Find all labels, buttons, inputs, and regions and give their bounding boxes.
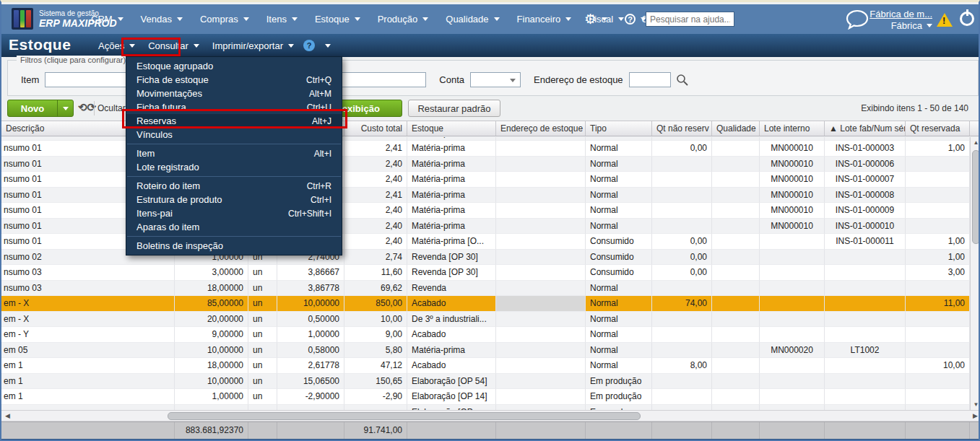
cell[interactable]: Normal (586, 141, 652, 157)
cell[interactable]: 1,00 (906, 250, 970, 266)
cell[interactable] (825, 327, 906, 343)
cell[interactable] (760, 281, 825, 297)
cell[interactable] (712, 188, 760, 204)
cell[interactable] (496, 157, 586, 173)
cell[interactable] (906, 389, 970, 405)
nav-menu-compras[interactable]: Compras (196, 11, 253, 27)
cell[interactable]: INS-01-000006 (825, 157, 906, 173)
cell[interactable] (496, 389, 586, 405)
cell[interactable]: 2,40 (344, 172, 407, 188)
cell[interactable]: em - Y (1, 327, 175, 343)
column-header--lote-fab-num-s-ri[interactable]: ▲ Lote fab/Num séri (825, 121, 906, 136)
cell[interactable] (175, 405, 248, 411)
table-row[interactable]: em - Y9,00000un1,000009,00AcabadoNormal (1, 327, 970, 343)
endereco-filter-input[interactable] (629, 72, 671, 87)
cell[interactable]: Matéria-prima (407, 203, 496, 219)
cell[interactable] (712, 374, 760, 390)
novo-button[interactable]: Novo (7, 100, 74, 117)
cell[interactable]: un (248, 281, 277, 297)
cell[interactable]: Normal (586, 312, 652, 328)
scroll-left-icon[interactable]: ◀ (5, 412, 10, 419)
cell[interactable]: 1,00000 (175, 389, 248, 405)
cell[interactable] (496, 343, 586, 359)
cell[interactable] (496, 265, 586, 281)
cell[interactable] (712, 141, 760, 157)
cell[interactable] (825, 405, 906, 411)
vertical-scrollbar[interactable]: ▲ ▼ (970, 137, 980, 410)
cell[interactable] (652, 343, 712, 359)
cell[interactable]: em - X (1, 312, 175, 328)
menu-item-boletins-de-inspe-o[interactable]: Boletins de inspeção (126, 239, 342, 253)
cell[interactable]: 3,86778 (277, 281, 344, 297)
cell[interactable]: 2,40 (344, 219, 407, 235)
cell[interactable] (712, 343, 760, 359)
scroll-down-icon[interactable]: ▼ (972, 401, 980, 408)
cell[interactable] (712, 219, 760, 235)
cell[interactable] (496, 203, 586, 219)
cell[interactable]: Normal (586, 281, 652, 297)
cell[interactable]: 10,00000 (277, 296, 344, 312)
cell[interactable] (906, 343, 970, 359)
menu-item-lote-registrado[interactable]: Lote registrado (126, 160, 342, 174)
cell[interactable]: Elaboração [OP... (407, 405, 496, 411)
site-selector[interactable]: Fábrica (870, 20, 932, 31)
cell[interactable]: Em produ... (586, 405, 652, 411)
cell[interactable] (825, 312, 906, 328)
cell[interactable] (712, 327, 760, 343)
menu-item-movimenta-es[interactable]: MovimentaçõesAlt+M (126, 87, 342, 100)
cell[interactable]: 11,60 (344, 265, 407, 281)
cell[interactable]: un (248, 296, 277, 312)
cell[interactable]: INS-01-000010 (825, 219, 906, 235)
cell[interactable]: un (248, 312, 277, 328)
column-header-custo-total[interactable]: Custo total (344, 121, 407, 136)
cell[interactable]: Normal (586, 157, 652, 173)
novo-dropdown-arrow[interactable] (57, 100, 73, 116)
cell[interactable]: Matéria-prima (407, 172, 496, 188)
cell[interactable] (712, 405, 760, 411)
cell[interactable] (825, 281, 906, 297)
cell[interactable] (496, 374, 586, 390)
cell[interactable]: 1,00000 (277, 327, 344, 343)
cell[interactable]: 3,00000 (175, 265, 248, 281)
cell[interactable] (712, 296, 760, 312)
cell[interactable] (712, 358, 760, 374)
cell[interactable]: em 1 (1, 358, 175, 374)
nav-menu-produção[interactable]: Produção (373, 11, 433, 27)
cell[interactable] (496, 281, 586, 297)
cell[interactable]: un (248, 358, 277, 374)
search-icon[interactable] (676, 74, 688, 86)
conta-select[interactable] (470, 72, 521, 87)
cell[interactable]: em 1 (1, 374, 175, 390)
cell[interactable] (760, 389, 825, 405)
cell[interactable] (906, 374, 970, 390)
column-header-qualidade[interactable]: Qualidade (712, 121, 760, 136)
cell[interactable]: 9,00000 (175, 327, 248, 343)
page-menu-consultar[interactable]: Consultar (142, 36, 206, 56)
cell[interactable] (712, 265, 760, 281)
cell[interactable] (760, 234, 825, 250)
cell[interactable] (906, 281, 970, 297)
cell[interactable] (906, 172, 970, 188)
cell[interactable]: em 05 (1, 343, 175, 359)
cell[interactable]: 0,00 (652, 234, 712, 250)
cell[interactable]: em 1 (1, 389, 175, 405)
cell[interactable] (760, 265, 825, 281)
cell[interactable]: 69,62 (344, 281, 407, 297)
cell[interactable] (496, 312, 586, 328)
cell[interactable]: Revenda [OP 30] (407, 265, 496, 281)
cell[interactable]: Normal (586, 358, 652, 374)
cell[interactable]: INS-01-000009 (825, 203, 906, 219)
cell[interactable]: Revenda [OP 30] (407, 250, 496, 266)
cell[interactable] (906, 312, 970, 328)
column-header-qt-n-o-reserv[interactable]: Qt não reserv (652, 121, 712, 136)
cell[interactable] (496, 327, 586, 343)
cell[interactable]: 2,74 (344, 250, 407, 266)
cell[interactable]: 10,00 (906, 358, 970, 374)
horizontal-scrollbar[interactable]: ◀ ▶ (1, 410, 980, 422)
cell[interactable] (760, 374, 825, 390)
menu-item-v-nculos[interactable]: Vínculos (126, 128, 342, 141)
cell[interactable]: 18,00000 (175, 358, 248, 374)
nav-menu-financeiro[interactable]: Financeiro (513, 11, 576, 27)
cell[interactable]: INS-01-000003 (825, 141, 906, 157)
cell[interactable]: 1,00 (906, 141, 970, 157)
